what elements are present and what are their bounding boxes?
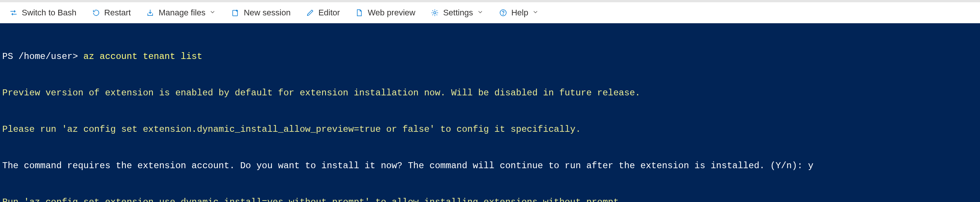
terminal-line-preview1: Preview version of extension is enabled …	[2, 87, 976, 99]
restart-button[interactable]: Restart	[89, 6, 133, 19]
terminal-line-dynamic: Run 'az config set extension.use_dynamic…	[2, 196, 976, 202]
editor-label: Editor	[318, 8, 340, 17]
help-icon	[499, 8, 508, 17]
help-button[interactable]: Help	[496, 6, 541, 19]
editor-button[interactable]: Editor	[303, 6, 342, 19]
switch-to-bash-button[interactable]: Switch to Bash	[7, 6, 79, 19]
terminal-line-preview2: Please run 'az config set extension.dyna…	[2, 124, 976, 135]
manage-files-label: Manage files	[159, 8, 205, 17]
svg-point-1	[434, 12, 436, 14]
settings-label: Settings	[443, 8, 473, 17]
chevron-down-icon	[532, 8, 539, 17]
swap-icon	[9, 8, 18, 17]
new-session-label: New session	[244, 8, 291, 17]
restart-label: Restart	[104, 8, 131, 17]
terminal-line-install-prompt: The command requires the extension accou…	[2, 160, 976, 172]
new-session-icon	[231, 8, 240, 17]
web-preview-label: Web preview	[368, 8, 415, 17]
new-session-button[interactable]: New session	[229, 6, 293, 19]
terminal-line-command: PS /home/user> az account tenant list	[2, 51, 976, 63]
chevron-down-icon	[209, 8, 216, 17]
gear-icon	[430, 8, 439, 17]
cloud-shell-toolbar: Switch to Bash Restart Manage files	[0, 2, 980, 23]
prompt-text: PS /home/user>	[2, 51, 83, 62]
web-preview-button[interactable]: Web preview	[353, 6, 418, 19]
settings-button[interactable]: Settings	[428, 6, 486, 19]
install-answer-text: y	[808, 161, 813, 171]
manage-files-button[interactable]: Manage files	[143, 6, 218, 19]
pencil-icon	[305, 8, 315, 17]
files-icon	[146, 8, 155, 17]
command-text: az account tenant list	[83, 51, 202, 62]
chevron-down-icon	[477, 8, 484, 17]
restart-icon	[92, 8, 101, 17]
web-preview-icon	[355, 8, 364, 17]
switch-label: Switch to Bash	[22, 8, 76, 17]
help-label: Help	[511, 8, 528, 17]
terminal-pane[interactable]: PS /home/user> az account tenant list Pr…	[0, 23, 980, 202]
install-prompt-text: The command requires the extension accou…	[2, 161, 808, 171]
